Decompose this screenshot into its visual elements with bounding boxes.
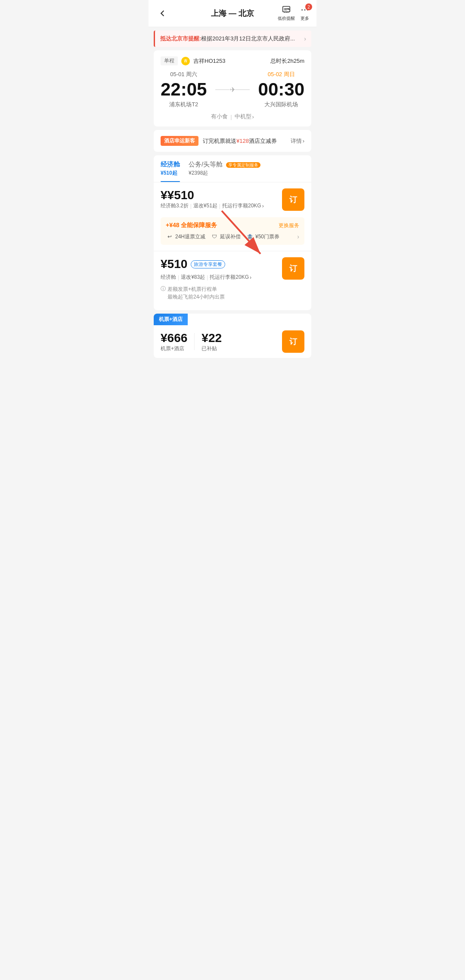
benefit-ticket-label: ¥50门票券 xyxy=(255,233,279,240)
economy-label: 经济舱 xyxy=(161,160,180,168)
subsidy-price: ¥22 xyxy=(202,331,222,345)
insurance-title-row: +¥48 全能保障服务 更换服务 xyxy=(166,222,299,229)
plane-type: 中机型 xyxy=(235,113,251,120)
benefit-delay-label: 延误补偿 xyxy=(220,233,241,240)
depart-info: 05-01 周六 22:05 浦东机场T2 xyxy=(161,71,207,108)
low-price-button[interactable]: 低价提醒 xyxy=(278,5,295,22)
book-button-1[interactable]: 订 xyxy=(282,188,304,211)
hotel-amount: ¥128 xyxy=(236,138,249,144)
insurance-name: 全能保障服务 xyxy=(181,222,217,228)
combo-tag-bar: 机票+酒店 xyxy=(154,314,311,325)
ticket-price-area-1: ¥¥510 经济舱3.2折 | 退改¥51起 | 托运行李额20KG › xyxy=(161,188,264,214)
insurance-arrow-icon: › xyxy=(297,233,299,240)
combo-tag-label: 机票+酒店 xyxy=(154,314,188,325)
business-label: 公务/头等舱 xyxy=(189,160,223,168)
ticket-section: ¥¥510 经济舱3.2折 | 退改¥51起 | 托运行李额20KG › 订 xyxy=(154,182,311,310)
notice-banner[interactable]: 抵达北京市提醒:根据2021年3月12日北京市人民政府... › xyxy=(154,31,311,47)
switch-service-button[interactable]: 更换服务 xyxy=(279,222,299,229)
refund-info-1: 退改¥51起 xyxy=(193,202,217,210)
notice-desc: 根据2021年3月12日北京市人民政府... xyxy=(201,35,294,42)
insurance-addon: +¥48 全能保障服务 更换服务 ↩ 24H退票立减 🛡 延误补偿 🏦 xyxy=(161,217,304,245)
plane-icon: ✈ xyxy=(230,86,236,94)
notice-text: 抵达北京市提醒:根据2021年3月12日北京市人民政府... xyxy=(160,35,301,43)
flight-duration: 总时长2h25m xyxy=(270,57,304,65)
arrive-info: 05-02 周日 00:30 大兴国际机场 xyxy=(258,71,304,108)
extras-row: 有小食 | 中机型 › xyxy=(161,113,304,120)
ticket-main-row-1: ¥¥510 经济舱3.2折 | 退改¥51起 | 托运行李额20KG › 订 xyxy=(161,188,304,214)
luggage-chevron-icon: › xyxy=(262,203,264,209)
ticket-card-1: ¥¥510 经济舱3.2折 | 退改¥51起 | 托运行李额20KG › 订 xyxy=(154,182,311,251)
notice-bold: 抵达北京市提醒: xyxy=(160,35,201,42)
ticket-card-2: ¥510 旅游专享套餐 经济舱 | 退改¥83起 | 托运行李额20KG › xyxy=(154,251,311,310)
hotel-promo-left: 酒店幸运新客 订完机票就送¥128酒店立减券 xyxy=(161,136,277,146)
insurance-title: +¥48 全能保障服务 xyxy=(166,222,217,229)
subsidy-label: 已补贴 xyxy=(202,345,222,352)
tab-economy[interactable]: 经济舱 ¥510起 xyxy=(161,155,180,182)
ticket-details-1: 经济舱3.2折 | 退改¥51起 | 托运行李额20KG › xyxy=(161,202,264,210)
svg-point-1 xyxy=(301,9,303,11)
info-icon: ⓘ xyxy=(161,285,166,293)
cabin-type-2: 经济舱 xyxy=(161,274,176,281)
luggage-link-1[interactable]: 托运行李额20KG › xyxy=(222,202,264,210)
ticket-info-row: ⓘ 差额发票+机票行程单 最晚起飞前24小时内出票 xyxy=(161,285,251,301)
hotel-more-link[interactable]: 详情 › xyxy=(291,137,304,145)
business-badge: 享专属定制服务 xyxy=(226,162,260,168)
low-price-label: 低价提醒 xyxy=(278,15,295,22)
luggage-link-2[interactable]: 托运行李额20KG › xyxy=(210,274,251,281)
flight-line-center: ✈ xyxy=(207,86,258,94)
airline-name: 吉祥HO1253 xyxy=(193,57,225,65)
tab-business[interactable]: 公务/头等舱 享专属定制服务 ¥2398起 xyxy=(189,155,260,182)
ticket-price-row-2: ¥510 旅游专享套餐 xyxy=(161,257,251,271)
ticket-icon: 🏦 xyxy=(246,233,254,240)
chevron-right-icon: › xyxy=(252,114,254,120)
page-title: 上海 — 北京 xyxy=(211,8,254,18)
combo-content: ¥666 机票+酒店 ¥22 已补贴 订 xyxy=(154,325,311,358)
plane-type-link[interactable]: 中机型 › xyxy=(235,113,254,120)
refund-info-2: 退改¥83起 xyxy=(181,274,205,281)
airline-code: 吉 xyxy=(184,59,187,63)
book-button-combo[interactable]: 订 xyxy=(282,330,304,353)
notice-arrow-icon: › xyxy=(304,35,306,42)
benefit-ticket: 🏦 ¥50门票券 xyxy=(246,233,279,240)
combo-prices: ¥666 机票+酒店 ¥22 已补贴 xyxy=(161,331,222,352)
business-price: ¥2398起 xyxy=(189,170,208,176)
combo-subsidy: ¥22 已补贴 xyxy=(202,331,222,352)
arrive-date: 05-02 周日 xyxy=(268,71,295,78)
hotel-chevron-icon: › xyxy=(303,138,304,144)
flight-info-card: 单程 吉 吉祥HO1253 总时长2h25m 05-01 周六 22:05 浦东… xyxy=(154,50,311,126)
depart-time: 22:05 xyxy=(161,79,207,100)
hotel-promo-banner[interactable]: 酒店幸运新客 订完机票就送¥128酒店立减券 详情 › xyxy=(154,130,311,152)
arrive-time: 00:30 xyxy=(258,79,304,100)
benefit-refund-label: 24H退票立减 xyxy=(175,233,205,240)
combo-big-price: ¥666 xyxy=(161,331,187,345)
ticket-details-2: 经济舱 | 退改¥83起 | 托运行李额20KG › xyxy=(161,274,251,281)
hotel-more-label: 详情 xyxy=(291,137,302,145)
header-actions: 低价提醒 更多 2 xyxy=(278,5,310,22)
flight-meta: 单程 吉 吉祥HO1253 总时长2h25m xyxy=(161,56,304,65)
benefit-delay: 🛡 延误补偿 xyxy=(211,233,241,240)
depart-date: 05-01 周六 xyxy=(170,71,197,78)
arrive-airport: 大兴国际机场 xyxy=(264,101,298,108)
insurance-benefits: ↩ 24H退票立减 🛡 延误补偿 🏦 ¥50门票券 › xyxy=(166,233,299,240)
depart-airport: 浦东机场T2 xyxy=(169,101,198,108)
header: 上海 — 北京 低价提醒 更多 2 xyxy=(149,0,316,27)
meal-info: 有小食 xyxy=(211,113,228,120)
airline-logo: 吉 xyxy=(181,57,190,65)
ticket-info-text: 差额发票+机票行程单 最晚起飞前24小时内出票 xyxy=(167,285,225,301)
benefit-refund: ↩ 24H退票立减 xyxy=(166,233,205,240)
economy-price: ¥510起 xyxy=(161,170,177,176)
shield-icon: 🛡 xyxy=(211,233,218,240)
cabin-tabs: 经济舱 ¥510起 公务/头等舱 享专属定制服务 ¥2398起 xyxy=(154,155,311,182)
luggage-chevron-icon-2: › xyxy=(250,274,251,280)
trip-type: 单程 xyxy=(161,56,178,65)
back-button[interactable] xyxy=(155,6,169,20)
times-row: 05-01 周六 22:05 浦东机场T2 ✈ 05-02 周日 00:30 大… xyxy=(161,71,304,108)
cabin-type-1: 经济舱3.2折 xyxy=(161,202,189,210)
ticket-price-2: ¥510 xyxy=(161,257,187,271)
book-button-2[interactable]: 订 xyxy=(282,257,304,280)
combo-ticket-label: 机票+酒店 xyxy=(161,345,187,352)
hotel-desc: 订完机票就送¥128酒店立减券 xyxy=(203,137,277,145)
more-button[interactable]: 更多 2 xyxy=(300,5,310,22)
yen-symbol-1: ¥ xyxy=(161,188,167,202)
svg-point-2 xyxy=(304,9,306,11)
